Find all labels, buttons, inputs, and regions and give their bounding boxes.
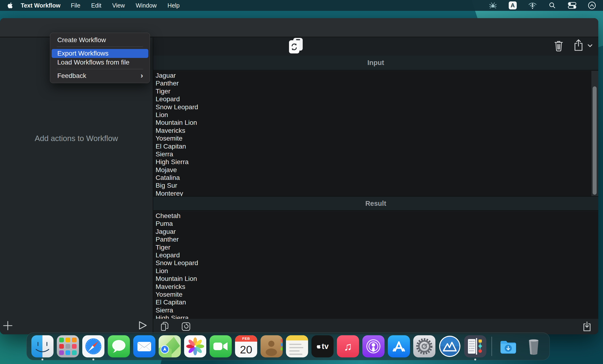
result-list-item: Sierra [156,306,598,314]
result-list-item: Puma [156,220,598,227]
input-list-item: Leopard [156,95,598,103]
copy-result-icon[interactable] [159,321,170,332]
input-list-item: Tiger [156,87,598,95]
dropover-icon[interactable] [587,1,597,10]
result-textarea[interactable]: CheetahPumaJaguarPantherTigerLeopardSnow… [153,211,598,334]
input-list-item: Sierra [156,150,598,158]
calendar-month: FEB [235,335,257,342]
input-textarea[interactable]: JaguarPantherTigerLeopardSnow LeopardLio… [153,71,598,196]
dock-text-workflow-icon[interactable] [464,335,486,357]
menu-item-feedback[interactable]: Feedback › [52,71,148,80]
submenu-chevron-icon: › [140,72,143,79]
dock-podcasts-icon[interactable] [362,335,384,357]
result-list-item: Mavericks [156,283,598,291]
dock-system-preferences-icon[interactable] [413,335,435,357]
antivirus-spider-icon[interactable] [488,1,498,10]
dock: FEB 20 tv ♫ [26,332,550,360]
running-indicator [93,359,94,361]
menu-item-export-workflows[interactable]: Export Workflows [52,49,148,58]
dock-finder-icon[interactable] [31,335,54,357]
input-list-item: Mojave [156,166,598,174]
dock-mail-icon[interactable] [133,335,155,357]
result-list-item: Lion [156,267,598,275]
running-indicator [42,359,43,361]
control-center-icon[interactable] [567,1,577,10]
input-list-item: El Capitan [156,143,598,150]
save-result-icon[interactable] [581,321,593,332]
result-list-item: Panther [156,235,598,243]
result-list-item: Yosemite [156,291,598,298]
menubar-menu[interactable]: Window [136,2,157,9]
menu-item-load-workflows[interactable]: Load Workflows from file [52,58,148,67]
result-list-item: Jaguar [156,228,598,235]
dock-appstore-icon[interactable] [388,335,410,357]
input-list-item: Mavericks [156,127,598,134]
dock-downloads-folder-icon[interactable] [497,335,519,357]
music-note-glyph: ♫ [344,340,352,353]
menubar-menu[interactable]: Edit [91,2,101,9]
calendar-day: 20 [235,342,257,357]
menubar-menu[interactable]: File [71,2,80,9]
input-list-item: Jaguar [156,72,598,79]
menu-bar: Text Workflow FileEditViewWindowHelp A [0,0,603,11]
appletv-label: tv [322,342,329,351]
dock-calendar-icon[interactable]: FEB 20 [235,335,257,357]
add-action-button[interactable] [2,320,14,331]
result-list-item: Tiger [156,243,598,251]
dock-photos-icon[interactable] [184,335,206,357]
menubar-menu[interactable]: View [112,2,125,9]
dock-safari-icon[interactable] [82,335,104,357]
result-header: Result [153,196,598,211]
input-header: Input [153,55,598,70]
rerun-icon[interactable] [181,321,191,332]
result-list-item: Leopard [156,251,598,259]
input-source-icon[interactable]: A [508,1,518,10]
result-list-item: Mountain Lion [156,275,598,283]
dock-divider [491,337,492,356]
wifi-alert-icon[interactable] [528,1,537,10]
menu-separator [57,47,143,47]
input-list-item: Monterey [156,189,598,196]
apple-menu-icon[interactable] [7,2,13,9]
input-list-item: Yosemite [156,134,598,142]
spotlight-icon[interactable] [547,1,557,10]
dock-trash-icon[interactable] [523,335,545,357]
input-scrollbar-track[interactable] [591,71,598,196]
dock-notes-icon[interactable] [286,335,308,357]
dock-messages-icon[interactable] [108,335,130,357]
sidebar-empty-text: Add actions to Workflow [0,134,153,143]
input-list-item: Catalina [156,174,598,182]
menu-separator [57,69,143,69]
input-list-item: Lion [156,111,598,119]
gear-dropdown-menu: Create Workflow Export Workflows Load Wo… [50,33,150,83]
dock-launchpad-icon[interactable] [57,335,79,357]
result-list-item: Cheetah [156,212,598,220]
input-list-item: Mountain Lion [156,119,598,126]
running-indicator [474,359,476,361]
menu-item-create-workflow[interactable]: Create Workflow [52,35,148,44]
input-list-item: Snow Leopard [156,103,598,111]
menubar-menu[interactable]: Help [168,2,180,9]
input-scrollbar-thumb[interactable] [593,86,597,195]
dock-music-icon[interactable]: ♫ [337,335,359,357]
run-workflow-button[interactable] [137,319,149,331]
input-list-item: High Sierra [156,158,598,166]
result-list-item: Snow Leopard [156,259,598,267]
dock-maps-icon[interactable] [159,335,181,357]
dock-appletv-icon[interactable]: tv [311,335,334,357]
result-toolbar [153,319,598,334]
menubar-app-name[interactable]: Text Workflow [21,2,61,9]
main-pane: Input JaguarPantherTigerLeopardSnow Leop… [153,38,598,334]
dock-mountain-app-icon[interactable] [439,335,461,357]
input-list-item: Big Sur [156,182,598,189]
result-list-item: El Capitan [156,298,598,306]
input-list-item: Panther [156,79,598,87]
dock-facetime-icon[interactable] [209,335,232,357]
dock-contacts-icon[interactable] [260,335,283,357]
